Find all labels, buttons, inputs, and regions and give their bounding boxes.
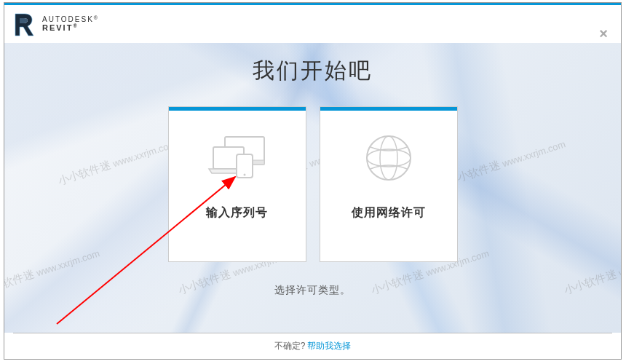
brand-text: AUTODESK® REVIT®	[42, 15, 99, 32]
svg-point-4	[243, 174, 245, 176]
card-label: 输入序列号	[206, 205, 268, 221]
globe-network-icon	[362, 131, 416, 185]
close-icon[interactable]: ×	[599, 25, 608, 42]
svg-point-5	[367, 136, 411, 180]
svg-point-6	[367, 149, 411, 167]
license-dialog: AUTODESK® REVIT® × 小小软件迷 www.xxrjm.com 小…	[4, 2, 622, 360]
brand-company: AUTODESK®	[42, 15, 99, 23]
help-choose-link[interactable]: 帮助我选择	[307, 340, 351, 352]
revit-logo-icon	[13, 11, 35, 37]
page-title: 我们开始吧	[4, 43, 621, 86]
subtitle: 选择许可类型。	[4, 284, 621, 297]
card-label: 使用网络许可	[352, 205, 426, 221]
svg-point-7	[380, 136, 397, 180]
enter-serial-card[interactable]: 输入序列号	[168, 106, 306, 262]
footer: 不确定? 帮助我选择	[13, 333, 612, 359]
brand-product: REVIT®	[42, 23, 99, 32]
header: AUTODESK® REVIT® ×	[4, 5, 621, 43]
footer-question: 不确定?	[274, 340, 306, 352]
content-area: 小小软件迷 www.xxrjm.com 小小软件迷 www.xxrjm.com …	[4, 43, 621, 333]
network-license-card[interactable]: 使用网络许可	[320, 106, 458, 262]
cards-row: 输入序列号 使用网络许可	[4, 106, 621, 262]
card-icon-wrap	[205, 111, 270, 205]
card-icon-wrap	[362, 111, 416, 205]
devices-icon	[205, 132, 270, 183]
